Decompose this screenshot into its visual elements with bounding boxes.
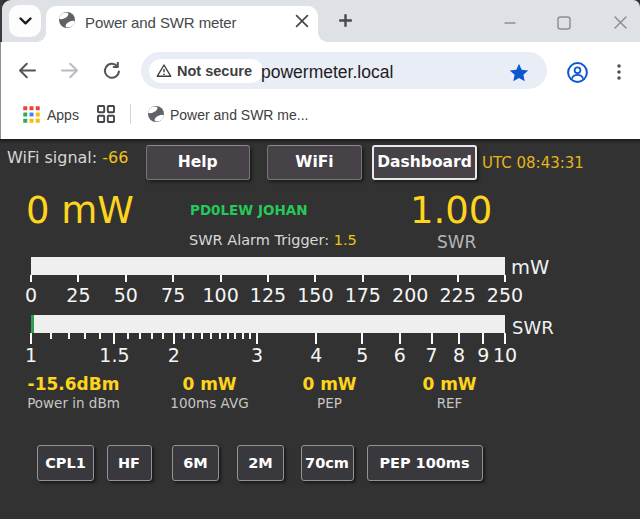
help-button[interactable]: Help (146, 145, 251, 181)
tab-strip: Power and SWR meter (2, 0, 640, 42)
maximize-icon (557, 16, 571, 30)
meter-minor-tick (234, 333, 236, 339)
band-button-cpl1[interactable]: CPL1 (37, 445, 94, 481)
meter-minor-tick (227, 333, 229, 339)
page-top-shadow (0, 139, 640, 144)
forward-icon (61, 62, 79, 79)
band-button-hf[interactable]: HF (107, 445, 152, 481)
profile-button[interactable] (567, 62, 588, 83)
menu-button[interactable] (617, 64, 621, 80)
bookmarks-bar: Apps Power and SWR me... (0, 98, 640, 139)
browser-tab[interactable]: Power and SWR meter (46, 6, 318, 42)
meter-tick-label: 1.5 (99, 346, 129, 365)
readout-value: -15.6dBm (27, 376, 120, 393)
meter-major-tick (399, 333, 401, 345)
url-text: powermeter.local (261, 62, 393, 83)
readout-power-in-dbm: -15.6dBmPower in dBm (27, 376, 120, 411)
wifi-button[interactable]: WiFi (267, 145, 362, 181)
readout-ref: 0 mWREF (422, 376, 476, 411)
readout-pep: 0 mWPEP (302, 376, 356, 411)
meter-minor-tick (50, 333, 52, 339)
plus-icon (339, 14, 352, 27)
close-window-button[interactable] (600, 0, 640, 42)
address-bar[interactable]: Not secure powermeter.local (141, 52, 547, 89)
back-button[interactable] (18, 62, 36, 79)
readout-value: 0 mW (422, 376, 476, 393)
meter-major-tick (504, 275, 506, 282)
dashboard-button[interactable]: Dashboard (372, 145, 477, 181)
reload-button[interactable] (103, 62, 121, 80)
meter-major-tick (457, 275, 459, 282)
readout-label: REF (422, 397, 476, 411)
meter-tick-label: 150 (297, 286, 333, 305)
swr-alarm-label: SWR Alarm Trigger: (189, 232, 329, 248)
dashboard-button-label: Dashboard (377, 153, 472, 171)
bookmark-star-icon[interactable] (509, 63, 529, 83)
band-button-2m[interactable]: 2M (237, 445, 284, 481)
meter-major-tick (431, 333, 433, 345)
forward-button[interactable] (61, 62, 79, 79)
tab-close-icon[interactable] (294, 13, 310, 29)
meter-major-tick (482, 333, 484, 345)
wifi-signal: WiFi signal: -66 (7, 150, 128, 166)
meter-major-tick (314, 275, 316, 282)
navigation-bar: Not secure powermeter.local (0, 42, 640, 98)
swr-meter-fill (31, 315, 34, 333)
readout-label: Power in dBm (27, 397, 120, 411)
band-button-70cm[interactable]: 70cm (301, 445, 354, 481)
meter-minor-tick (68, 333, 70, 339)
meter-major-tick (315, 333, 317, 345)
wifi-signal-value: -66 (102, 148, 128, 167)
meter-tick-label: 7 (426, 346, 438, 365)
readout-value: 0 mW (170, 376, 248, 393)
close-icon (614, 16, 627, 29)
meter-minor-tick (84, 333, 86, 339)
meter-major-tick (77, 275, 79, 282)
meter-tick-label: 250 (487, 286, 523, 305)
wifi-signal-label: WiFi signal: (7, 148, 97, 167)
meter-tick-label: 75 (161, 286, 185, 305)
apps-grid-icon[interactable] (23, 106, 40, 123)
meter-tick-label: 175 (345, 286, 381, 305)
callsign: PD0LEW JOHAN (190, 204, 307, 218)
back-icon (18, 62, 36, 79)
meter-major-tick (173, 333, 175, 345)
swr-meter-unit: SWR (512, 319, 554, 337)
meter-major-tick (172, 275, 174, 282)
readout-100ms-avg: 0 mW100ms AVG (170, 376, 248, 411)
utc-clock: UTC 08:43:31 (482, 156, 584, 171)
band-button-6m[interactable]: 6M (172, 445, 219, 481)
band-button-pep-100ms[interactable]: PEP 100ms (367, 445, 483, 481)
meter-tick-label: 50 (114, 286, 138, 305)
apps-label[interactable]: Apps (47, 107, 79, 123)
tab-title: Power and SWR meter (85, 15, 294, 30)
meter-minor-tick (210, 333, 212, 339)
meter-major-tick (125, 275, 127, 282)
meter-minor-tick (219, 333, 221, 339)
warning-triangle-icon (156, 63, 172, 78)
security-chip[interactable]: Not secure (149, 59, 263, 83)
meter-tick-label: 10 (493, 346, 517, 365)
minimize-button[interactable] (490, 0, 530, 42)
meter-minor-tick (249, 333, 251, 339)
meter-major-tick (30, 333, 32, 345)
readout-value: 0 mW (302, 376, 356, 393)
grid-outline-icon[interactable] (97, 105, 115, 123)
meter-minor-tick (139, 333, 141, 339)
meter-major-tick (30, 275, 32, 282)
new-tab-button[interactable] (339, 14, 352, 27)
meter-major-tick (409, 275, 411, 282)
meter-tick-label: 0 (25, 286, 37, 305)
maximize-button[interactable] (544, 0, 584, 42)
meter-major-tick (256, 333, 258, 345)
meter-tick-label: 125 (250, 286, 286, 305)
meter-tick-label: 5 (356, 346, 368, 365)
minimize-icon (504, 21, 516, 25)
meter-major-tick (113, 333, 115, 345)
bookmark-item[interactable]: Power and SWR me... (170, 107, 309, 123)
reload-icon (103, 62, 121, 80)
meter-minor-tick (242, 333, 244, 339)
window-left-border (0, 42, 1, 139)
meter-tick-label: 3 (251, 346, 263, 365)
meter-minor-tick (127, 333, 129, 339)
